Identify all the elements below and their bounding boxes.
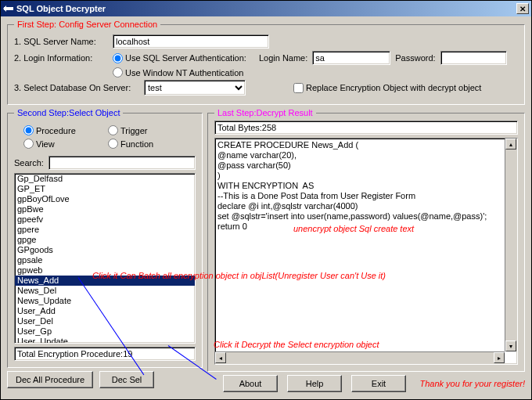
list-item[interactable]: gpge [15,235,195,245]
list-item[interactable]: GP_ET [15,184,195,194]
step2-legend: Second Step:Select Object [14,108,123,117]
step3-legend: Last Step:Decrypt Result [214,108,316,117]
step1-legend: First Step: Config Server Connection [14,20,160,29]
list-item[interactable]: gpsale [15,255,195,265]
step2-group: Second Step:Select Object Procedure Trig… [7,108,203,368]
step1-group: First Step: Config Server Connection 1. … [7,20,525,105]
search-input[interactable] [49,156,196,170]
count-box: Total Encryption Procedure:19 [14,347,196,361]
list-item[interactable]: gpBwe [15,204,195,214]
auth-sql-radio[interactable] [113,53,123,63]
close-icon: ✕ [519,5,526,13]
list-item[interactable]: gpere [15,225,195,235]
procedure-radio[interactable] [23,125,34,135]
view-radio[interactable] [23,139,34,149]
list-item[interactable]: News_Update [15,296,195,306]
auth-nt-label: Use Window NT Authentication [125,68,243,77]
scrollbar-vertical[interactable]: ▴ ▾ [505,139,517,351]
dec-all-button[interactable]: Dec All Procedure [7,371,93,388]
thankyou-text: Thank you for your register! [419,379,525,388]
list-item[interactable]: Gp_Delfasd [15,174,195,184]
list-item[interactable]: GPgoods [15,245,195,255]
window-title: SQL Object Decrypter [16,4,516,13]
result-text: CREATE PROCEDURE News_Add ( @name varcha… [215,139,505,351]
scroll-right-icon[interactable]: ▸ [494,352,505,363]
app-icon [3,3,14,14]
list-item[interactable]: gpweb [15,265,195,276]
password-input[interactable] [440,51,507,65]
password-label: Password: [395,53,435,63]
list-item[interactable]: User_Gp [15,326,195,337]
dec-sel-button[interactable]: Dec Sel [99,371,154,388]
list-item[interactable]: News_Del [15,286,195,296]
trigger-radio[interactable] [108,125,118,135]
trigger-label: Trigger [120,126,147,135]
list-item[interactable]: User_Update [15,337,195,344]
total-bytes: Total Bytes:258 [214,121,518,135]
list-item[interactable]: User_Del [15,316,195,326]
about-button[interactable]: About [223,375,278,392]
replace-label: Replace Encryption Object with decrypt o… [306,83,481,92]
login-label: 2. Login Information: [14,53,108,63]
auth-sql-label: Use SQL Server Authentication: [125,53,246,63]
login-name-label: Login Name: [259,53,307,63]
view-label: View [36,139,55,149]
replace-checkbox[interactable] [293,83,304,93]
auth-nt-radio[interactable] [113,67,123,77]
list-item[interactable]: gpBoyOfLove [15,194,195,204]
login-name-input[interactable] [312,51,390,65]
scroll-down-icon[interactable]: ▾ [505,341,516,351]
scroll-left-icon[interactable]: ◂ [215,352,226,363]
db-select[interactable]: test [144,80,246,95]
scroll-up-icon[interactable]: ▴ [505,139,516,150]
list-item[interactable]: News_Add [15,276,195,286]
search-label: Search: [14,158,44,168]
titlebar: SQL Object Decrypter ✕ [1,1,531,16]
help-button[interactable]: Help [287,375,342,392]
function-radio[interactable] [108,139,118,149]
db-label: 3. Select Database On Server: [14,83,139,92]
server-label: 1. SQL Server Name: [14,37,108,46]
close-button[interactable]: ✕ [516,3,529,14]
scrollbar-horizontal[interactable]: ◂ ▸ [215,351,505,364]
list-item[interactable]: User_Add [15,306,195,316]
object-listbox[interactable]: Gp_DelfasdGP_ETgpBoyOfLovegpBwegpeefvgpe… [14,173,196,344]
result-area: CREATE PROCEDURE News_Add ( @name varcha… [214,138,518,365]
server-input[interactable] [113,34,269,49]
function-label: Function [120,139,153,149]
procedure-label: Procedure [36,126,76,135]
step3-group: Last Step:Decrypt Result Total Bytes:258… [207,108,525,372]
exit-button[interactable]: Exit [351,375,406,392]
list-item[interactable]: gpeefv [15,214,195,225]
